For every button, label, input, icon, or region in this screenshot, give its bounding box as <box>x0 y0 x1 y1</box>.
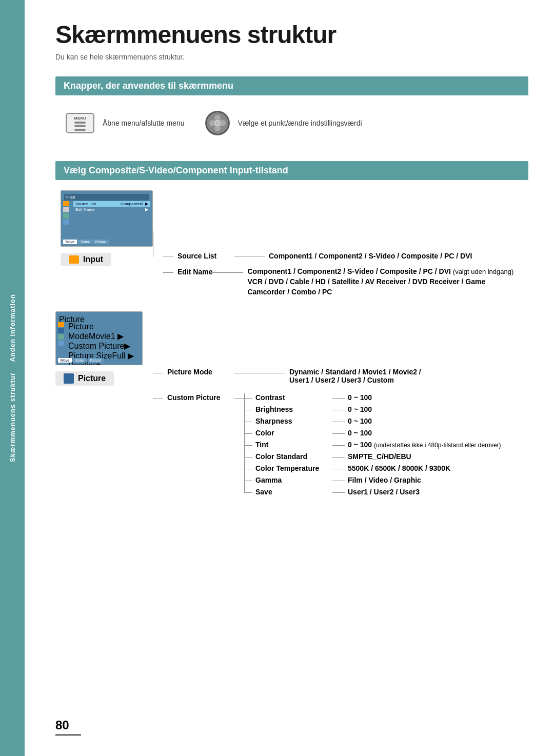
cp-item-hline <box>244 481 252 481</box>
cp-item-value: User1 / User2 / User3 <box>348 488 420 496</box>
sp2-tab-enter: Enter <box>73 358 87 363</box>
sp2-tabs: Move Enter Return <box>58 358 104 363</box>
cp-item-value: 0 ~ 100 <box>348 405 372 413</box>
sp2-row-1: Picture ModeMovie1 ▶ <box>68 322 140 341</box>
cp-item-row: Color StandardSMPTE_C/HD/EBU <box>244 452 501 461</box>
sp-tab-return: Return <box>93 240 109 244</box>
edit-name-val3: Camcorder / Combo / PC <box>247 288 513 296</box>
sp-rows: Source ListComponent1 ▶ Edit Name▶ <box>73 201 150 212</box>
cp-item-key: Color <box>255 429 332 437</box>
page-subtitle: Du kan se hele skærmmenuens struktur. <box>55 53 528 61</box>
source-list-row: Source List Component1 / Component2 / S-… <box>163 252 513 260</box>
edit-name-hline <box>163 272 173 273</box>
edit-name-val2: VCR / DVD / Cable / HD / Satellite / AV … <box>247 277 513 286</box>
cp-item-dash <box>332 410 345 410</box>
sp2-icons <box>58 322 64 346</box>
input-preview-area: Input Source ListComponent1 ▶ Edit Name▶… <box>55 190 528 296</box>
sidebar-label-1: Anden information <box>9 294 16 362</box>
sp-header: Input <box>64 194 149 201</box>
cp-item-value: 5500K / 6500K / 8000K / 9300K <box>348 464 450 472</box>
cp-item-dash <box>332 398 345 399</box>
pm-val2: User1 / User2 / User3 / Custom <box>289 376 421 384</box>
cp-item-value: 0 ~ 100(understøttes ikke i 480p-tilstan… <box>348 441 501 449</box>
sp-tab-move: Move <box>63 240 77 244</box>
cp-item-dash <box>332 445 345 446</box>
cp-item-hline <box>244 422 252 422</box>
picture-tree: Picture Mode Dynamic / Standard / Movie1… <box>153 311 528 500</box>
sp-icon-1 <box>63 201 69 206</box>
picture-section: Picture Picture ModeMovie1 ▶ Custom Pict… <box>55 311 528 500</box>
sp2-icon-1 <box>58 322 64 327</box>
cp-item-value: 0 ~ 100 <box>348 393 372 402</box>
input-tree: Source List Component1 / Component2 / S-… <box>163 190 513 296</box>
cp-item-dash <box>332 422 345 422</box>
cp-item-dash <box>332 433 345 434</box>
pm-val1: Dynamic / Standard / Movie1 / Movie2 / <box>289 368 421 376</box>
buttons-section: MENU Åbne menu/afslutte menu <box>55 106 528 141</box>
edit-name-content: Edit Name <box>177 267 212 276</box>
source-list-dash <box>234 256 265 256</box>
cp-item-key: Tint <box>255 441 332 449</box>
picture-mode-values: Dynamic / Standard / Movie1 / Movie2 / U… <box>289 368 421 384</box>
cp-item-value: 0 ~ 100 <box>348 429 372 437</box>
picture-label-bar: Picture <box>55 371 114 386</box>
picture-icon <box>64 373 74 384</box>
page-number: 80 <box>55 718 81 732</box>
pm-hline <box>153 373 163 373</box>
section1-header: Knapper, der anvendes til skærmmenu <box>55 76 528 95</box>
menu-bar-2 <box>74 125 86 127</box>
joystick-button-item: Vælge et punkt/ændre indstillingsværdi <box>205 111 362 135</box>
sp2-row-2: Custom Picture▶ <box>68 341 140 351</box>
sp-tab-enter: Enter <box>78 240 92 244</box>
cp-item-value: 0 ~ 100 <box>348 417 372 425</box>
cp-item-hline <box>244 492 252 493</box>
menu-button-item: MENU Åbne menu/afslutte menu <box>66 113 185 133</box>
picture-mode-row: Picture Mode Dynamic / Standard / Movie1… <box>153 368 528 384</box>
cp-item-value: Film / Video / Graphic <box>348 476 421 484</box>
main-content: Skærmmenuens struktur Du kan se hele skæ… <box>25 0 554 530</box>
edit-name-key: Edit Name <box>177 268 212 276</box>
sp-row-1: Source ListComponent1 ▶ <box>73 201 150 207</box>
sp2-tab-return: Return <box>88 358 104 363</box>
menu-icon: MENU <box>66 113 94 133</box>
cp-item-row: Tint0 ~ 100(understøttes ikke i 480p-til… <box>244 441 501 449</box>
input-label-bar: Input <box>61 253 111 266</box>
picture-preview-col: Picture Picture ModeMovie1 ▶ Custom Pict… <box>55 311 143 394</box>
cp-items-container: Contrast0 ~ 100Brightness0 ~ 100Sharpnes… <box>244 393 501 496</box>
menu-bars <box>74 122 86 131</box>
input-label-text: Input <box>83 255 103 264</box>
cp-item-key: Gamma <box>255 476 332 484</box>
screen-preview-input: Input Source ListComponent1 ▶ Edit Name▶… <box>61 190 153 247</box>
page-number-section: 80 <box>55 718 81 735</box>
cp-item-dash <box>332 457 345 457</box>
cp-item-key: Save <box>255 488 332 496</box>
sidebar: Anden information Skærmmenuens struktur <box>0 0 25 756</box>
cp-item-hline <box>244 469 252 469</box>
joystick-icon <box>205 111 230 135</box>
cp-item-value: SMPTE_C/HD/EBU <box>348 452 411 461</box>
edit-name-dash <box>212 272 243 273</box>
picture-mode-key: Picture Mode <box>167 368 234 376</box>
cp-item-row: SaveUser1 / User2 / User3 <box>244 488 501 496</box>
svg-point-6 <box>215 121 220 125</box>
cp-item-hline <box>244 410 252 410</box>
menu-bar-1 <box>74 122 86 124</box>
sp-icons-col <box>63 201 69 225</box>
menu-button-desc: Åbne menu/afslutte menu <box>103 119 185 127</box>
cp-item-key: Color Standard <box>255 452 332 461</box>
sp2-icon-2 <box>58 328 64 333</box>
sp2-icon-3 <box>58 334 64 340</box>
cp-item-row: Color0 ~ 100 <box>244 429 501 437</box>
sp-row-2: Edit Name▶ <box>73 207 150 212</box>
page-title: Skærmmenuens struktur <box>55 21 528 49</box>
menu-bar-3 <box>74 129 86 131</box>
cp-item-hline <box>244 398 252 399</box>
cp-item-key: Sharpness <box>255 417 332 425</box>
section2-header: Vælg Composite/S-Video/Component Input-t… <box>55 161 528 180</box>
page-number-line <box>55 734 81 735</box>
input-icon <box>69 255 79 264</box>
joystick-svg <box>205 111 230 135</box>
cp-item-key: Color Temperature <box>255 464 332 472</box>
cp-item-row: Brightness0 ~ 100 <box>244 405 501 413</box>
cp-item-note: (understøttes ikke i 480p-tilstand eller… <box>374 442 501 449</box>
